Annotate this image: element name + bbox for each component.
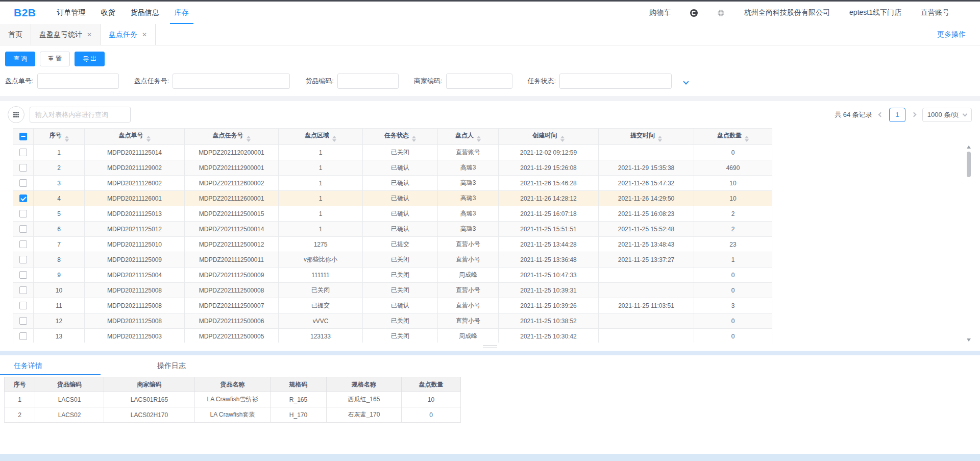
query-button-1[interactable]: 查询 (5, 52, 35, 66)
tab-1[interactable]: 首页 (0, 24, 31, 45)
filter-input-2[interactable] (173, 74, 290, 89)
cell: 2 (694, 222, 772, 237)
store-selector[interactable]: eptest1线下门店 (849, 8, 901, 17)
filter-input-4[interactable] (446, 74, 512, 89)
row-checkbox[interactable] (19, 149, 27, 156)
sort-icon[interactable] (146, 136, 151, 142)
row-checkbox[interactable] (19, 225, 27, 233)
close-icon[interactable]: ✕ (142, 32, 147, 38)
col-header-4[interactable]: 盘点区域 (279, 129, 363, 145)
prev-page-icon[interactable] (878, 112, 883, 117)
sort-icon[interactable] (658, 136, 662, 142)
cell: MDPD20211125003 (85, 329, 185, 343)
cart-link[interactable]: 购物车 (649, 8, 671, 17)
table-row[interactable]: 3MDPD20211126002MDPDZ20211126000021已确认高璐… (13, 176, 772, 191)
sort-icon[interactable] (65, 136, 69, 142)
row-select-cell (13, 298, 34, 313)
table-row[interactable]: 4MDPD20211126001MDPDZ20211126000011已确认高璐… (13, 191, 772, 206)
cell: 2021-11-26 15:46:28 (499, 176, 599, 191)
sort-icon[interactable] (745, 136, 749, 142)
table-search-input[interactable] (30, 107, 131, 123)
row-checkbox[interactable] (19, 195, 27, 202)
scroll-up-icon[interactable] (967, 145, 971, 149)
col-header-8[interactable]: 提交时间 (599, 129, 694, 145)
row-checkbox[interactable] (19, 179, 27, 187)
table-row[interactable]: 1MDPD20211125014MDPDZ20211202000011已关闭直营… (13, 145, 772, 160)
table-row[interactable]: 9MDPD20211125004MDPDZ2021112500009111111… (13, 268, 772, 283)
panel-splitter[interactable] (0, 343, 980, 351)
company-selector[interactable]: 杭州全尚科技股份有限公司 (744, 8, 830, 17)
nav-item-4[interactable]: 库存 (173, 2, 190, 24)
tab-task-detail[interactable]: 任务详情 (14, 361, 42, 371)
cell: LA Crawfish套装 (195, 407, 271, 423)
detail-col-header-6: 规格名称 (327, 377, 402, 392)
chevron-down-icon (963, 111, 968, 116)
cell: 13 (34, 329, 85, 343)
cell: 8 (34, 252, 85, 268)
row-checkbox[interactable] (19, 256, 27, 263)
row-checkbox[interactable] (19, 317, 27, 325)
table-row[interactable]: 11MDPD20211125008MDPDZ2021112500007已提交已确… (13, 298, 772, 313)
col-header-1[interactable]: 序号 (34, 129, 85, 145)
tab-2[interactable]: 盘盈盘亏统计✕ (31, 24, 101, 45)
col-header-6[interactable]: 盘点人 (438, 129, 499, 145)
cell: 10 (402, 392, 461, 407)
table-row[interactable]: 13MDPD20211125003MDPDZ202111250000512313… (13, 329, 772, 343)
service-icon[interactable] (690, 9, 698, 17)
scroll-down-icon[interactable] (967, 338, 971, 342)
close-icon[interactable]: ✕ (87, 32, 92, 38)
row-checkbox[interactable] (19, 271, 27, 279)
row-checkbox[interactable] (19, 210, 27, 217)
query-button-2[interactable]: 重置 (40, 52, 70, 66)
query-button-3[interactable]: 导出 (75, 52, 105, 66)
cell: 直营小号 (438, 237, 499, 252)
table-row[interactable]: 6MDPD20211125012MDPDZ20211125000141已确认高璐… (13, 222, 772, 237)
col-header-label: 盘点区域 (305, 132, 329, 139)
table-row[interactable]: 5MDPD20211125013MDPDZ20211125000151已确认高璐… (13, 206, 772, 222)
current-page[interactable]: 1 (889, 108, 905, 122)
app-logo: B2B (14, 7, 36, 19)
scrollbar-thumb[interactable] (967, 152, 971, 177)
row-checkbox[interactable] (19, 164, 27, 172)
row-checkbox[interactable] (19, 302, 27, 309)
select-all-checkbox[interactable] (19, 133, 27, 140)
detail-col-header-4: 货品名称 (195, 377, 271, 392)
cell: 2021-11-25 15:52:48 (599, 222, 694, 237)
table-row[interactable]: 10MDPD20211125008MDPDZ2021112500008已关闭已关… (13, 283, 772, 298)
col-header-7[interactable]: 创建时间 (499, 129, 599, 145)
tab-3[interactable]: 盘点任务✕ (101, 24, 156, 45)
fullscreen-icon[interactable] (717, 9, 725, 17)
nav-item-2[interactable]: 收货 (100, 2, 117, 24)
sort-icon[interactable] (247, 136, 251, 142)
sort-icon[interactable] (560, 136, 565, 142)
col-header-2[interactable]: 盘点单号 (85, 129, 185, 145)
nav-item-3[interactable]: 货品信息 (129, 2, 161, 24)
filter-input-5[interactable] (559, 74, 672, 89)
table-row[interactable]: 8MDPD20211125009MDPDZ2021112500011v那些比你小… (13, 252, 772, 268)
nav-item-1[interactable]: 订单管理 (56, 2, 87, 24)
cell: 2021-11-29 15:35:38 (599, 160, 694, 176)
account-menu[interactable]: 直营账号 (921, 8, 949, 17)
tab-operation-log[interactable]: 操作日志 (157, 361, 186, 371)
col-header-5[interactable]: 任务状态 (363, 129, 438, 145)
table-row[interactable]: 7MDPD20211125010MDPDZ20211125000121275已提… (13, 237, 772, 252)
column-settings-button[interactable] (8, 106, 24, 123)
row-checkbox[interactable] (19, 240, 27, 248)
vertical-scrollbar[interactable] (966, 145, 971, 342)
filter-input-1[interactable] (37, 74, 119, 89)
sort-icon[interactable] (477, 136, 481, 142)
next-page-icon[interactable] (911, 112, 916, 117)
row-checkbox[interactable] (19, 332, 27, 340)
row-checkbox[interactable] (19, 286, 27, 294)
table-row[interactable]: 12MDPD20211125008MDPDZ2021112500006vVVC已… (13, 313, 772, 329)
col-header-3[interactable]: 盘点任务号 (185, 129, 279, 145)
filter-label: 商家编码: (414, 77, 443, 86)
more-actions-link[interactable]: 更多操作 (937, 30, 980, 39)
sort-icon[interactable] (332, 136, 336, 142)
filter-input-3[interactable] (337, 74, 399, 89)
expand-filters-icon[interactable] (684, 78, 688, 85)
table-row[interactable]: 2MDPD20211129002MDPDZ20211129000011已确认高璐… (13, 160, 772, 176)
col-header-9[interactable]: 盘点数量 (694, 129, 772, 145)
sort-icon[interactable] (412, 136, 416, 142)
page-size-select[interactable]: 1000 条/页 (922, 108, 972, 122)
